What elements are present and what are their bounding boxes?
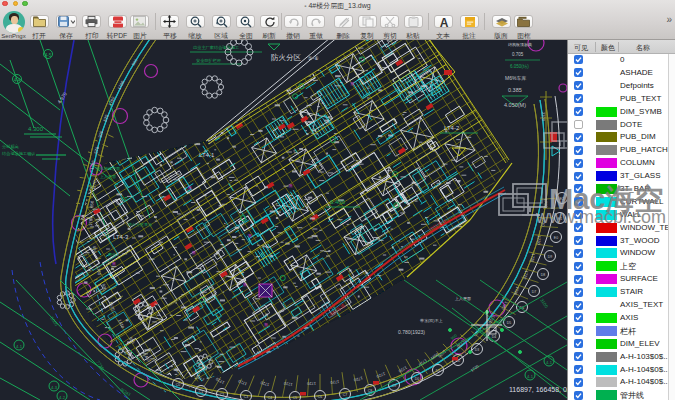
svg-text:1780: 1780	[88, 216, 93, 226]
svg-text:無: 無	[248, 233, 252, 238]
svg-text:M6%车库: M6%车库	[505, 75, 526, 81]
svg-text:無: 無	[288, 183, 292, 188]
svg-text:650: 650	[89, 200, 95, 208]
svg-text:C6: C6	[318, 395, 323, 399]
svg-text:2300: 2300	[541, 112, 546, 122]
svg-text:D1: D1	[436, 369, 441, 373]
svg-text:D4: D4	[492, 335, 497, 339]
svg-text:無: 無	[243, 282, 247, 287]
svg-text:D5: D5	[507, 321, 512, 325]
svg-text:4.050(M): 4.050(M)	[504, 102, 526, 108]
svg-text:1720: 1720	[306, 381, 316, 386]
svg-text:無: 無	[188, 185, 192, 190]
svg-text:4-4: 4-4	[14, 78, 21, 83]
svg-text:D3: D3	[475, 348, 480, 352]
svg-text:650: 650	[92, 246, 97, 254]
svg-text:水景: 水景	[120, 196, 128, 201]
svg-text:4-3: 4-3	[51, 385, 58, 390]
svg-text:4-1: 4-1	[546, 360, 553, 365]
svg-text:绿化种植屋面: 绿化种植屋面	[96, 166, 120, 171]
svg-text:C1: C1	[199, 390, 204, 394]
svg-text:無: 無	[264, 322, 268, 327]
svg-text:LT4-3: LT4-3	[113, 234, 129, 240]
svg-text:C2: C2	[220, 393, 225, 397]
svg-text:6.050(结): 6.050(结)	[510, 64, 529, 69]
svg-text:4-5: 4-5	[45, 53, 52, 58]
svg-text:6.400: 6.400	[330, 199, 346, 205]
svg-text:4-1: 4-1	[16, 344, 23, 349]
svg-text:C5: C5	[293, 396, 298, 400]
svg-text:D7: D7	[532, 290, 537, 294]
svg-text:無: 無	[192, 250, 196, 255]
svg-text:0.780(1923): 0.780(1923)	[398, 329, 425, 335]
svg-text:D0: D0	[415, 377, 420, 381]
svg-text:116897, 166458, 0: 116897, 166458, 0	[509, 386, 567, 393]
svg-text:C3: C3	[244, 395, 249, 399]
svg-text:商业: 商业	[108, 252, 116, 257]
svg-text:4.300: 4.300	[28, 126, 44, 132]
svg-text:C4: C4	[268, 396, 273, 400]
svg-text:LT4-2: LT4-2	[444, 125, 460, 131]
svg-text:4-2: 4-2	[59, 395, 66, 400]
svg-text:C7: C7	[343, 393, 348, 397]
svg-text:0.705: 0.705	[512, 52, 524, 57]
svg-text:無: 無	[350, 81, 354, 86]
svg-text:D8: D8	[541, 273, 546, 277]
svg-text:防火分区: 防火分区	[271, 53, 302, 62]
svg-text:⑤-⑥: ⑤-⑥	[308, 55, 319, 61]
svg-text:C8: C8	[368, 389, 373, 393]
svg-text:上人屋面: 上人屋面	[99, 174, 116, 179]
svg-text:带水(双)不上: 带水(双)不上	[420, 318, 443, 323]
svg-text:0.385: 0.385	[508, 87, 522, 93]
svg-text:C0: C0	[176, 383, 181, 387]
svg-text:D9: D9	[548, 255, 553, 259]
svg-text:安全防护栏杆: 安全防护栏杆	[196, 58, 221, 63]
svg-text:A: A	[439, 16, 448, 28]
svg-text:4-1: 4-1	[527, 374, 534, 379]
svg-text:LT4-1: LT4-1	[199, 152, 215, 158]
svg-text:C9: C9	[392, 384, 397, 388]
